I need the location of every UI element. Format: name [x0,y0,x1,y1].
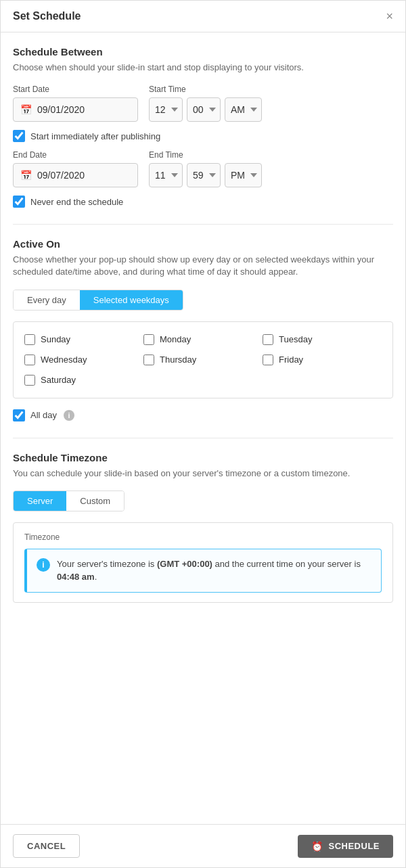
tuesday-checkbox[interactable] [263,334,273,345]
start-date-group: Start Date 📅 09/01/2020 [13,85,138,122]
gmt-value: (GMT +00:00) [157,559,212,569]
divider-1 [13,224,393,225]
end-time-selects: 111212345678910 5900153045 PMAM [149,163,262,187]
end-row: End Date 📅 09/07/2020 End Time 111212345… [13,150,393,187]
weekday-saturday: Saturday [24,375,143,386]
start-date-label: Start Date [13,85,138,94]
active-on-section: Active On Choose whether your pop-up sho… [13,238,393,421]
tab-custom[interactable]: Custom [66,491,124,511]
start-immediately-checkbox[interactable] [13,130,25,142]
timezone-title: Schedule Timezone [13,452,393,463]
schedule-icon: ⏰ [311,841,323,852]
calendar-icon-end: 📅 [20,170,32,181]
saturday-checkbox[interactable] [24,375,35,386]
end-time-group: End Time 111212345678910 5900153045 PMAM [149,150,262,187]
weekdays-grid: Sunday Monday Tuesday Wedn [24,334,382,386]
never-end-label: Never end the schedule [30,197,123,207]
start-date-input[interactable]: 📅 09/01/2020 [13,97,138,122]
schedule-label: SCHEDULE [328,841,380,851]
monday-label: Monday [160,334,191,344]
end-minute-select[interactable]: 5900153045 [187,163,221,187]
monday-checkbox[interactable] [143,334,154,345]
tab-everyday[interactable]: Every day [14,290,80,310]
schedule-button[interactable]: ⏰ SCHEDULE [298,835,393,858]
timezone-info-text: Your server's timezone is (GMT +00:00) a… [57,557,371,584]
weekday-sunday: Sunday [24,334,143,345]
end-hour-select[interactable]: 111212345678910 [149,163,183,187]
modal-header: Set Schedule × [1,1,405,32]
friday-label: Friday [279,355,303,365]
tab-selected-weekdays[interactable]: Selected weekdays [80,290,183,310]
calendar-icon: 📅 [20,104,32,115]
start-time-group: Start Time 121234567891011 00153045 AMPM [149,85,262,122]
divider-2 [13,438,393,438]
timezone-box: Timezone i Your server's timezone is (GM… [13,522,393,603]
active-on-tabs: Every day Selected weekdays [13,290,183,311]
start-period-select[interactable]: AMPM [225,97,262,122]
wednesday-checkbox[interactable] [24,355,35,365]
end-date-input[interactable]: 📅 09/07/2020 [13,163,138,187]
weekday-thursday: Thursday [143,355,263,365]
tab-server[interactable]: Server [14,491,66,511]
current-time: 04:48 am [57,572,95,582]
end-time-label: End Time [149,150,262,160]
end-date-group: End Date 📅 09/07/2020 [13,150,138,187]
saturday-label: Saturday [41,375,76,385]
friday-checkbox[interactable] [263,355,273,365]
end-date-value: 09/07/2020 [37,170,85,181]
modal-body: Schedule Between Choose when should your… [1,32,405,824]
start-time-label: Start Time [149,85,262,94]
timezone-info-box: i Your server's timezone is (GMT +00:00)… [24,549,382,593]
active-on-desc: Choose whether your pop-up should show u… [13,254,393,278]
start-immediately-row: Start immediately after publishing [13,130,393,142]
allday-info-icon: i [64,410,74,421]
timezone-field-label: Timezone [24,532,382,542]
set-schedule-modal: Set Schedule × Schedule Between Choose w… [0,0,406,868]
timezone-tabs: Server Custom [13,490,125,511]
tz-info-icon: i [37,558,50,572]
timezone-section: Schedule Timezone You can schedule your … [13,452,393,603]
weekday-friday: Friday [263,355,382,365]
thursday-checkbox[interactable] [143,355,154,365]
close-button[interactable]: × [386,10,393,22]
weekdays-box: Sunday Monday Tuesday Wedn [13,321,393,398]
modal-title: Set Schedule [13,10,81,22]
wednesday-label: Wednesday [41,355,87,365]
start-minute-select[interactable]: 00153045 [187,97,221,122]
timezone-desc: You can schedule your slide-in based on … [13,467,393,480]
cancel-button[interactable]: CANCEL [13,834,80,858]
sunday-checkbox[interactable] [24,334,35,345]
weekday-monday: Monday [143,334,263,345]
end-date-label: End Date [13,150,138,160]
allday-checkbox[interactable] [13,409,25,421]
tuesday-label: Tuesday [279,334,312,344]
schedule-between-desc: Choose when should your slide-in start a… [13,62,393,74]
start-row: Start Date 📅 09/01/2020 Start Time 12123… [13,85,393,122]
modal-footer: CANCEL ⏰ SCHEDULE [1,824,405,867]
never-end-checkbox[interactable] [13,196,25,208]
end-period-select[interactable]: PMAM [225,163,262,187]
start-immediately-label: Start immediately after publishing [30,131,160,141]
schedule-between-section: Schedule Between Choose when should your… [13,46,393,208]
allday-label: All day [30,410,57,420]
weekday-wednesday: Wednesday [24,355,143,365]
thursday-label: Thursday [160,355,196,365]
never-end-row: Never end the schedule [13,196,393,208]
weekday-tuesday: Tuesday [263,334,382,345]
start-time-selects: 121234567891011 00153045 AMPM [149,97,262,122]
allday-row: All day i [13,409,393,421]
start-hour-select[interactable]: 121234567891011 [149,97,183,122]
sunday-label: Sunday [41,334,70,344]
active-on-title: Active On [13,238,393,250]
schedule-between-title: Schedule Between [13,46,393,58]
start-date-value: 09/01/2020 [37,104,85,115]
